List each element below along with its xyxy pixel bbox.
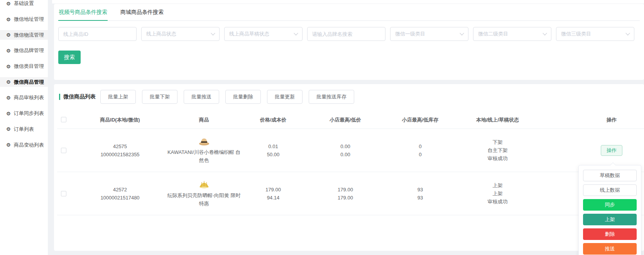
sidebar-item-product-change-list[interactable]: ⚙ 商品变动列表 [0, 137, 48, 153]
col-header-shop-stock: 小店最高/低库存 [382, 116, 458, 124]
row-checkbox[interactable] [61, 191, 66, 196]
select-placeholder: 微信二级类目 [478, 30, 508, 37]
shop-high-stock: 0 [382, 142, 458, 150]
select-placeholder: 线上商品状态 [146, 30, 176, 37]
product-table: 商品ID(本地/微信) 商品 价格/成本价 小店最高/低价 小店最高/低库存 本… [57, 111, 644, 215]
col-header-product: 商品 [170, 116, 238, 124]
online-product-id-input[interactable] [58, 27, 137, 41]
sidebar-item-label: 微信商品管理 [14, 79, 44, 86]
sidebar-item-wechat-category[interactable]: ⚙ 微信类目管理 [0, 59, 48, 74]
online-product-draft-status-select[interactable]: 线上商品草稿状态 [224, 27, 303, 41]
wechat-level1-category-select[interactable]: 微信一级类目 [390, 27, 468, 41]
sidebar-item-order-sync-list[interactable]: ⚙ 订单同步列表 [0, 106, 48, 122]
menu-item-draft-data[interactable]: 草稿数据 [583, 170, 637, 181]
sidebar-item-basic-settings[interactable]: ⚙ 基础设置 [0, 0, 48, 12]
select-placeholder: 微信三级类目 [561, 30, 591, 37]
brand-name-search-input[interactable] [307, 27, 385, 41]
shop-stock-cell: 93 93 [382, 186, 458, 202]
price: 179.00 [238, 186, 308, 194]
status-local: 下架 [458, 138, 537, 146]
row-action-button[interactable]: 操作 [601, 145, 622, 156]
batch-update-button[interactable]: 批量更新 [267, 90, 303, 104]
sidebar-item-label: 微信物流管理 [14, 32, 44, 39]
menu-item-push[interactable]: 推送 [583, 243, 637, 255]
tab-mall-product-search[interactable]: 商城商品条件搜索 [120, 4, 164, 20]
search-tabs: 视频号商品条件搜索 商城商品条件搜索 [58, 4, 640, 21]
status-online: 自主下架 [458, 146, 537, 154]
batch-delete-button[interactable]: 批量删除 [225, 90, 261, 104]
status-online: 上架 [458, 189, 537, 198]
search-button[interactable]: 搜索 [58, 51, 81, 64]
straw-hat-product-image [198, 136, 210, 146]
sidebar-item-product-audit-list[interactable]: ⚙ 商品审核列表 [0, 90, 48, 106]
table-header-row: 商品ID(本地/微信) 商品 价格/成本价 小店最高/低价 小店最高/低库存 本… [57, 111, 644, 129]
filter-row: 线上商品状态 线上商品草稿状态 微信一级类目 微信二级类目 微信三级类目 [58, 27, 640, 41]
online-product-status-select[interactable]: 线上商品状态 [141, 27, 220, 41]
batch-onshelf-button[interactable]: 批量上架 [100, 90, 136, 104]
shop-high-stock: 93 [382, 186, 458, 194]
sidebar-item-label: 微信类目管理 [14, 63, 44, 70]
local-id: 42575 [70, 142, 170, 150]
action-dropdown-menu: 草稿数据 线上数据 同步 上架 删除 推送 [578, 165, 641, 255]
col-header-status: 本地/线上/草稿状态 [458, 116, 537, 124]
sidebar-item-wechat-logistics[interactable]: ⚙ 微信物流管理 [0, 27, 48, 43]
gear-icon: ⚙ [6, 79, 11, 84]
shell-hat-product-image [198, 179, 210, 189]
sidebar-item-wechat-product[interactable]: ⚙ 微信商品管理 [0, 74, 48, 90]
product-list-card: 微信商品列表 批量上架 批量下架 批量推送 批量删除 批量更新 批量推送库存 商… [54, 84, 644, 251]
batch-push-button[interactable]: 批量推送 [184, 90, 219, 104]
shop-price-cell: 179.00 179.00 [308, 186, 382, 202]
menu-item-onshelf[interactable]: 上架 [583, 214, 637, 225]
gear-icon: ⚙ [6, 127, 11, 132]
main-content: 视频号商品条件搜索 商城商品条件搜索 线上商品状态 线上商品草稿状态 微信一级类… [52, 0, 644, 255]
status-draft: 审核成功 [458, 154, 537, 162]
wechat-level3-category-select[interactable]: 微信三级类目 [556, 27, 634, 41]
sidebar-item-wechat-address[interactable]: ⚙ 微信地址管理 [0, 12, 48, 27]
gear-icon: ⚙ [6, 95, 11, 100]
sidebar-item-wechat-brand[interactable]: ⚙ 微信品牌管理 [0, 43, 48, 59]
status-draft: 审核成功 [458, 198, 537, 206]
table-row: 42572 10000021517480 纭际系列贝壳防晒帽-向阳黄 限时特惠 … [57, 172, 644, 215]
menu-item-sync[interactable]: 同步 [583, 199, 637, 211]
sidebar-item-order-list[interactable]: ⚙ 订单列表 [0, 122, 48, 137]
shop-price-cell: 0.00 0.00 [308, 142, 382, 159]
tab-video-channel-product-search[interactable]: 视频号商品条件搜索 [58, 4, 108, 20]
sidebar-item-label: 微信品牌管理 [14, 47, 44, 54]
wechat-id: 10000021517480 [70, 194, 170, 202]
shop-stock-cell: 0 0 [382, 142, 458, 159]
gear-icon: ⚙ [6, 64, 11, 69]
status-cell: 下架 自主下架 审核成功 [458, 138, 537, 162]
sidebar-menu: ⚙ 基础设置 ⚙ 微信地址管理 ⚙ 微信物流管理 ⚙ 微信品牌管理 ⚙ 微信类目… [0, 0, 48, 153]
batch-push-stock-button[interactable]: 批量推送库存 [309, 90, 354, 104]
chevron-down-icon [211, 31, 215, 35]
gear-icon: ⚙ [6, 17, 11, 22]
status-local: 上架 [458, 181, 537, 189]
list-title: 微信商品列表 [63, 93, 96, 100]
menu-item-online-data[interactable]: 线上数据 [583, 184, 637, 196]
chevron-down-icon [543, 31, 547, 35]
gear-icon: ⚙ [6, 111, 11, 116]
sidebar-item-label: 基础设置 [14, 0, 34, 7]
chevron-down-icon [460, 31, 464, 35]
row-checkbox[interactable] [61, 148, 66, 153]
price-cost-cell: 179.00 94.14 [238, 186, 308, 202]
sidebar-item-label: 微信地址管理 [14, 16, 44, 23]
wechat-id: 10000021582355 [70, 150, 170, 159]
batch-offshelf-button[interactable]: 批量下架 [142, 90, 177, 104]
shop-low-stock: 93 [382, 194, 458, 202]
select-placeholder: 微信一级类目 [395, 30, 425, 37]
price: 0.01 [238, 142, 308, 150]
col-header-shop-price: 小店最高/低价 [308, 116, 382, 124]
cost: 94.14 [238, 194, 308, 202]
menu-item-delete[interactable]: 删除 [583, 228, 637, 240]
select-all-checkbox[interactable] [61, 117, 66, 122]
shop-low-price: 0.00 [308, 150, 382, 159]
chevron-down-icon [294, 31, 298, 35]
product-name: 纭际系列贝壳防晒帽-向阳黄 限时特惠 [166, 191, 242, 208]
product-id-cell: 42572 10000021517480 [70, 186, 170, 202]
search-card: 视频号商品条件搜索 商城商品条件搜索 线上商品状态 线上商品草稿状态 微信一级类… [54, 4, 644, 80]
cost: 50.00 [238, 150, 308, 159]
sidebar-item-label: 商品变动列表 [14, 142, 44, 149]
table-row: 42575 10000021582355 KAWATANI/川谷小卷檐编织帽 自… [57, 129, 644, 172]
wechat-level2-category-select[interactable]: 微信二级类目 [473, 27, 551, 41]
